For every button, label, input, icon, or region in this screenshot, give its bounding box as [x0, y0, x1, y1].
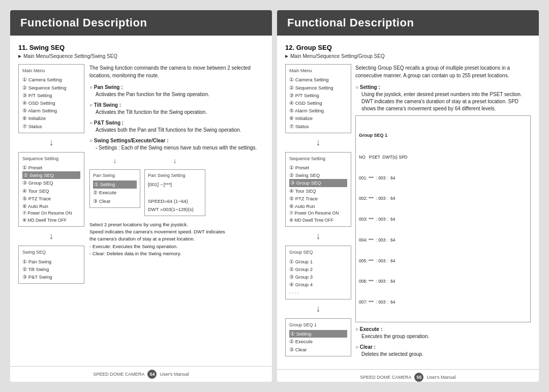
right-page-num: 55 — [414, 373, 423, 382]
right-description: Selecting Group SEQ recalls a group of m… — [355, 64, 531, 361]
right-arrow-1: ↓ — [285, 136, 351, 149]
left-section-title: 11. Swing SEQ — [18, 44, 264, 51]
left-content-area: Main Menu ① Camera Setting ② Sequence Se… — [18, 64, 264, 358]
feature-tilt-swing: Tilt Swing : Activates the Tilt function… — [89, 101, 264, 116]
swing-menu-box: Swing SEQ ① Pan Swing ② Tilt Swing ③ P&T… — [18, 246, 84, 284]
pan-swing-setting-sub: ↓ Pan Swing Setting [001]→[***] SPEED=64… — [144, 155, 205, 218]
group-seq1-menu-box: Group SEQ 1 ① Setting ② Execute ③ Clear — [285, 318, 351, 356]
left-desc-text: The Swing function commands the camera t… — [89, 64, 264, 79]
main-menu-box: Main Menu ① Camera Setting ② Sequence Se… — [18, 64, 84, 133]
sub-menus-row: ↓ Pan Swing ① Setting ② Execute ③ Clear … — [89, 155, 264, 218]
right-main-menu-box: Main Menu ① Camera Setting ② Sequence Se… — [285, 64, 351, 133]
pan-swing-setting-menu: Pan Swing Setting [001]→[***] SPEED=64 (… — [144, 169, 205, 216]
right-title: Functional Description — [287, 16, 414, 29]
group-seq-menu-box: Group SEQ ① Group 1 ② Group 2 ③ Group 3 … — [285, 246, 351, 299]
arrow-4: ↓ — [173, 155, 177, 167]
pan-swing-menu: Pan Swing ① Setting ② Execute ③ Clear — [89, 169, 140, 208]
left-header: Functional Description — [10, 10, 272, 36]
feature-pan-swing: Pan Swing : Activates the Pan function f… — [89, 83, 264, 98]
right-content: 12. Group SEQ Main Menu/Sequence Setting… — [277, 36, 539, 369]
arrow-2: ↓ — [18, 230, 84, 243]
feature-swing-settings: Swing Settings/Execute/Clear : - Setting… — [89, 137, 264, 152]
left-breadcrumb: Main Menu/Sequence Setting/Swing SEQ — [18, 53, 264, 59]
arrow-3: ↓ — [113, 155, 117, 167]
right-menu-column: Main Menu ① Camera Setting ② Sequence Se… — [285, 64, 351, 361]
right-sequence-menu-box: Sequence Setting ① Preset ② Swing SEQ ③ … — [285, 152, 351, 227]
right-desc-text: Selecting Group SEQ recalls a group of m… — [355, 64, 531, 79]
feature-setting: Setting : Using the joystick, enter desi… — [355, 83, 531, 112]
right-header: Functional Description — [277, 10, 539, 36]
feature-clear: Clear : Deletes the selected group. — [355, 343, 531, 358]
right-content-area: Main Menu ① Camera Setting ② Sequence Se… — [285, 64, 531, 361]
group-table-container: Group SEQ 1 NO PSET DWT(s) SPD 001: *** … — [355, 115, 531, 322]
right-arrow-3: ↓ — [285, 303, 351, 315]
pan-swing-sub: ↓ Pan Swing ① Setting ② Execute ③ Clear — [89, 155, 140, 218]
left-title: Functional Description — [20, 16, 147, 29]
feature-execute: Execute : Executes the group operation. — [355, 325, 531, 340]
feature-pt-swing: P&T Swing : Activates both the Pan and T… — [89, 119, 264, 134]
left-content: 11. Swing SEQ Main Menu/Sequence Setting… — [10, 36, 272, 366]
left-page: Functional Description 11. Swing SEQ Mai… — [10, 10, 272, 382]
left-description: The Swing function commands the camera t… — [89, 64, 264, 358]
right-arrow-2: ↓ — [285, 230, 351, 243]
right-section-title: 12. Group SEQ — [285, 44, 531, 51]
right-breadcrumb: Main Menu/Sequence Setting/Group SEQ — [285, 53, 531, 59]
group-seq-table: Group SEQ 1 NO PSET DWT(s) SPD 001: *** … — [355, 115, 531, 322]
page-wrapper: Functional Description 11. Swing SEQ Mai… — [0, 0, 549, 392]
sequence-menu-box: Sequence Setting ① Preset ② Swing SEQ ③ … — [18, 152, 84, 227]
right-footer: SPEED DOME CAMERA 55 User's Manual — [277, 369, 539, 382]
right-page: Functional Description 12. Group SEQ Mai… — [277, 10, 539, 382]
left-bottom-desc: Select 2 preset locations by using the j… — [89, 221, 264, 257]
left-menu-column: Main Menu ① Camera Setting ② Sequence Se… — [18, 64, 84, 358]
left-footer: SPEED DOME CAMERA 54 User's Manual — [10, 366, 272, 382]
arrow-1: ↓ — [18, 136, 84, 149]
left-page-num: 54 — [147, 370, 157, 379]
